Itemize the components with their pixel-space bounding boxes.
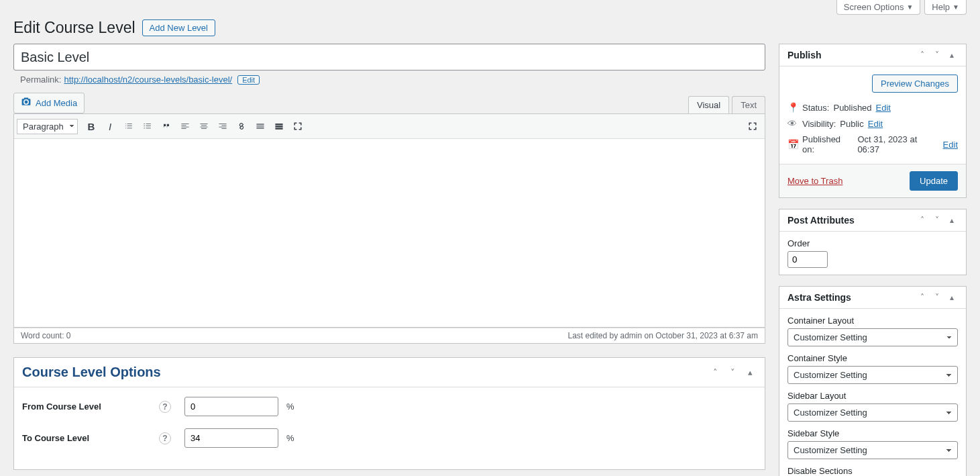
add-new-level-button[interactable]: Add New Level	[142, 19, 215, 36]
panel-down-icon[interactable]: ˅	[931, 216, 943, 225]
visual-tab[interactable]: Visual	[688, 96, 729, 113]
sidebar-layout-label: Sidebar Layout	[787, 391, 958, 401]
help-icon[interactable]: ?	[159, 401, 171, 413]
preview-changes-button[interactable]: Preview Changes	[872, 75, 958, 93]
align-right-button[interactable]	[213, 117, 232, 136]
status-edit-link[interactable]: Edit	[876, 103, 891, 113]
to-course-level-input[interactable]	[184, 428, 278, 448]
italic-button[interactable]: I	[101, 117, 119, 136]
calendar-icon: 📅	[787, 139, 798, 150]
add-media-label: Add Media	[36, 98, 77, 108]
container-layout-label: Container Layout	[787, 316, 958, 326]
container-layout-select[interactable]: Customizer Setting	[787, 328, 958, 346]
order-input[interactable]	[787, 251, 828, 268]
panel-up-icon[interactable]: ˄	[916, 293, 928, 302]
visibility-edit-link[interactable]: Edit	[868, 119, 883, 129]
svg-rect-0	[275, 124, 282, 125]
disable-sections-label: Disable Sections	[787, 466, 958, 476]
numbered-list-button[interactable]	[138, 117, 157, 136]
align-left-button[interactable]	[176, 117, 195, 136]
panel-up-icon[interactable]: ˄	[708, 367, 722, 377]
panel-down-icon[interactable]: ˅	[931, 293, 943, 302]
visibility-label: Visibility:	[802, 119, 836, 129]
published-value: Oct 31, 2023 at 06:37	[857, 134, 938, 154]
from-course-level-label: From Course Level	[22, 401, 101, 412]
svg-rect-1	[275, 126, 282, 127]
link-button[interactable]	[232, 117, 251, 136]
fullscreen-button[interactable]	[288, 117, 307, 136]
last-edited: Last edited by admin on October 31, 2023…	[567, 331, 758, 340]
panel-up-icon[interactable]: ˄	[916, 50, 928, 60]
order-label: Order	[787, 238, 958, 248]
word-count: Word count: 0	[21, 331, 70, 340]
update-button[interactable]: Update	[910, 171, 958, 191]
publish-panel-title: Publish	[787, 50, 822, 60]
permalink-edit-button[interactable]: Edit	[237, 75, 260, 85]
bold-button[interactable]: B	[82, 117, 101, 136]
editor-box: Paragraph B I	[13, 113, 765, 328]
help-tab[interactable]: Help ▼	[924, 0, 967, 15]
panel-toggle-icon[interactable]: ▴	[946, 216, 958, 225]
panel-up-icon[interactable]: ˄	[916, 216, 928, 225]
panel-down-icon[interactable]: ˅	[726, 367, 739, 377]
sidebar-layout-select[interactable]: Customizer Setting	[787, 403, 958, 422]
post-attributes-title: Post Attributes	[787, 215, 855, 226]
distraction-free-button[interactable]	[743, 117, 762, 136]
svg-rect-2	[275, 128, 282, 129]
panel-toggle-icon[interactable]: ▴	[946, 50, 958, 60]
published-label: Published on:	[802, 134, 853, 154]
permalink-url[interactable]: http://localhost/n2/course-levels/basic-…	[64, 75, 232, 85]
panel-toggle-icon[interactable]: ▴	[946, 293, 958, 302]
readmore-button[interactable]	[251, 117, 270, 136]
permalink-label: Permalink:	[20, 75, 61, 85]
align-center-button[interactable]	[195, 117, 213, 136]
chevron-down-icon: ▼	[906, 3, 913, 11]
post-title-input[interactable]	[13, 44, 765, 70]
sidebar-style-label: Sidebar Style	[787, 428, 958, 438]
chevron-down-icon: ▼	[952, 3, 959, 11]
published-edit-link[interactable]: Edit	[943, 140, 958, 150]
course-level-options-title: Course Level Options	[22, 365, 161, 380]
page-title: Edit Course Level	[13, 19, 135, 37]
to-course-level-label: To Course Level	[22, 433, 89, 443]
toolbar-toggle-button[interactable]	[270, 117, 288, 136]
screen-options-tab[interactable]: Screen Options ▼	[836, 0, 921, 15]
move-to-trash-link[interactable]: Move to Trash	[787, 176, 842, 186]
help-label: Help	[932, 2, 950, 12]
format-select[interactable]: Paragraph	[17, 119, 78, 134]
help-icon[interactable]: ?	[159, 432, 171, 444]
editor-content[interactable]	[14, 139, 765, 327]
eye-icon: 👁	[787, 118, 798, 129]
camera-icon	[21, 97, 32, 109]
text-tab[interactable]: Text	[732, 96, 765, 113]
from-course-level-input[interactable]	[184, 397, 278, 416]
screen-options-label: Screen Options	[844, 2, 904, 12]
status-label: Status:	[802, 103, 829, 113]
visibility-value: Public	[840, 119, 863, 129]
container-style-label: Container Style	[787, 353, 958, 363]
status-value: Published	[833, 103, 871, 113]
panel-toggle-icon[interactable]: ▴	[743, 367, 757, 377]
astra-settings-title: Astra Settings	[787, 292, 851, 303]
add-media-button[interactable]: Add Media	[13, 93, 85, 113]
container-style-select[interactable]: Customizer Setting	[787, 366, 958, 384]
pin-icon: 📍	[787, 102, 798, 113]
bullet-list-button[interactable]	[119, 117, 138, 136]
percent-unit: %	[286, 433, 294, 443]
percent-unit: %	[286, 401, 294, 412]
sidebar-style-select[interactable]: Customizer Setting	[787, 441, 958, 459]
panel-down-icon[interactable]: ˅	[931, 50, 943, 60]
blockquote-button[interactable]	[157, 117, 176, 136]
